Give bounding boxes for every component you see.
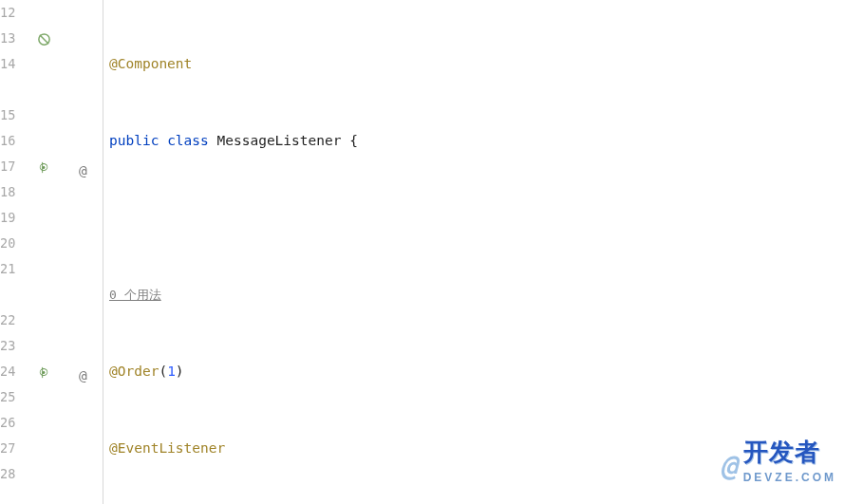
code-editor: 12 13 14 15 16 17 18 19 20 21 22 23 24 2… bbox=[0, 0, 844, 504]
gutter-icon-area: ⦿ @ ⦿ @ bbox=[31, 0, 103, 504]
line-number: 13 bbox=[0, 26, 28, 51]
line-number: 22 bbox=[0, 308, 28, 333]
annotation: @Component bbox=[109, 51, 192, 77]
line-number bbox=[0, 77, 28, 103]
annotation-icon[interactable]: @ bbox=[79, 159, 87, 184]
code-line-12[interactable]: @Component bbox=[109, 51, 844, 77]
watermark: @ 开发者 DEVZE.COM bbox=[721, 439, 836, 491]
line-number: 14 bbox=[0, 51, 28, 77]
line-number: 27 bbox=[0, 436, 28, 461]
svg-line-1 bbox=[39, 34, 47, 43]
line-number: 23 bbox=[0, 333, 28, 359]
line-number: 26 bbox=[0, 410, 28, 436]
line-number bbox=[0, 282, 28, 308]
listener-icon[interactable]: ⦿ bbox=[35, 159, 52, 176]
code-line-15[interactable]: @Order(1) bbox=[109, 359, 844, 384]
line-number: 24 bbox=[0, 359, 28, 384]
annotation-icon[interactable]: @ bbox=[79, 364, 87, 389]
line-number: 17 bbox=[0, 154, 28, 179]
svg-text:⦿: ⦿ bbox=[38, 366, 47, 378]
line-number: 12 bbox=[0, 0, 28, 26]
line-number: 25 bbox=[0, 384, 28, 410]
recursive-call-icon[interactable] bbox=[35, 30, 52, 47]
watermark-text: 开发者 DEVZE.COM bbox=[743, 439, 836, 491]
usage-hint[interactable]: 0 个用法 bbox=[109, 282, 844, 308]
line-number: 15 bbox=[0, 103, 28, 128]
line-number: 16 bbox=[0, 128, 28, 154]
line-number-gutter: 12 13 14 15 16 17 18 19 20 21 22 23 24 2… bbox=[0, 0, 31, 504]
line-number: 20 bbox=[0, 231, 28, 256]
code-line-14[interactable] bbox=[109, 205, 844, 231]
line-number: 28 bbox=[0, 461, 28, 487]
watermark-at-icon: @ bbox=[721, 453, 738, 478]
svg-text:⦿: ⦿ bbox=[38, 161, 47, 173]
line-number: 19 bbox=[0, 205, 28, 231]
code-area[interactable]: @Component public class MessageListener … bbox=[103, 0, 844, 504]
code-line-13[interactable]: public class MessageListener { bbox=[109, 128, 844, 154]
line-number: 21 bbox=[0, 256, 28, 282]
listener-icon[interactable]: ⦿ bbox=[35, 364, 52, 381]
line-number: 18 bbox=[0, 179, 28, 205]
